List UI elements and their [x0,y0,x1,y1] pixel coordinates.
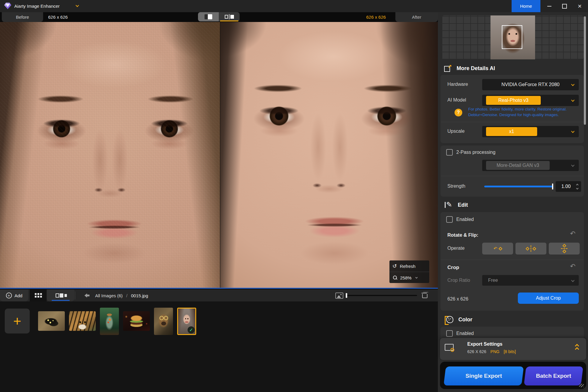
ai-model-dropdown[interactable]: Real-Photo v3 [482,95,579,106]
compare-view-button[interactable] [219,12,240,21]
navigator-viewport-box[interactable] [502,25,522,49]
help-icon[interactable]: ? [455,109,462,116]
app-logo-icon [4,3,11,9]
palette-icon [445,315,454,324]
export-actions: Single Export Batch Export [440,362,586,389]
section-more-details: ↗ More Details AI [444,63,495,74]
stepper-up-icon[interactable] [576,184,578,186]
strength-input[interactable]: 1.00 [556,181,581,192]
edit-title: Edit [458,202,468,208]
gan-model-value: More-Detail GAN v3 [486,161,550,170]
tab-after[interactable]: After [395,12,438,22]
after-image[interactable] [220,22,438,288]
color-enabled-checkbox[interactable] [446,330,453,337]
flip-vertical-icon [561,244,567,253]
canvas-overlay-panel: ↺ Refresh 258% [389,260,429,283]
upscale-dropdown[interactable]: x1 [482,126,579,137]
help-line-1: For photos. Better fidelity, more clarit… [468,106,578,112]
navigator-thumbnail[interactable] [490,15,535,59]
adjust-crop-button[interactable]: Adjust Crop [518,293,579,304]
edit-enabled-checkbox[interactable] [446,216,453,223]
section-color: Color [445,314,472,325]
crop-title: Crop [447,265,459,271]
close-button[interactable]: ✕ [573,0,586,12]
filmstrip-view-button[interactable] [47,290,74,301]
thumbnail-butterfly[interactable] [38,311,65,331]
export-settings-summary: 626 X 626 PNG [8 bits] [467,349,516,354]
flip-horizontal-icon [526,247,529,251]
strength-slider[interactable] [484,186,553,187]
minimize-button[interactable] [543,0,556,12]
rotate-icon: ↶ [493,246,497,251]
crop-size-label: 626 x 626 [447,296,468,302]
rotate-undo-icon[interactable]: ↶ [570,230,576,237]
add-image-tile[interactable]: + [5,309,30,333]
crop-ratio-value: Free [482,278,579,283]
flip-vertical-button[interactable] [549,243,580,255]
add-button[interactable]: + Add [0,290,28,301]
tab-before[interactable]: Before [2,12,43,22]
thumbnail-size-slider[interactable] [346,293,417,298]
home-button[interactable]: Home [512,0,540,12]
app-title: Aiarty Image Enhancer [14,0,60,12]
split-view-button[interactable] [198,12,219,21]
before-image[interactable] [0,22,220,288]
single-export-button[interactable]: Single Export [444,366,524,385]
slider-handle[interactable] [346,293,347,298]
export-bits: [8 bits] [504,349,516,354]
card-divider [441,260,584,260]
thumbnail-jar[interactable] [100,308,119,335]
resize-grip [579,384,584,387]
crop-undo-icon[interactable]: ↶ [570,263,576,270]
app-window: Aiarty Image Enhancer Home ✕ Before 626 … [0,0,588,392]
after-size-label: 626 x 626 [366,12,386,22]
thumbnail-tiger[interactable] [69,311,96,331]
grid-view-button[interactable] [30,290,47,301]
stepper-down-icon[interactable] [576,187,578,189]
strength-slider-handle[interactable] [552,184,553,189]
card-divider [441,122,584,122]
sidebar-scrollbar[interactable] [584,16,586,125]
color-title: Color [458,317,472,323]
thumbnail-portrait-selected[interactable]: ✓ [177,308,196,335]
gan-chevron-icon [571,163,574,167]
thumbnail-size-icon [335,293,343,299]
zoom-chevron-down-icon [415,276,418,278]
upscale-value: x1 [486,127,537,136]
batch-export-button[interactable]: Batch Export [524,366,583,385]
delete-button[interactable] [422,292,430,300]
thumbnail-burger[interactable] [123,311,150,331]
title-bar: Aiarty Image Enhancer Home ✕ [0,0,588,12]
rotate-flip-label: Rotate & Flip: [447,233,478,238]
add-label: Add [15,293,23,298]
hardware-dropdown[interactable]: NVIDIA GeForce RTX 2080 [482,79,579,90]
maximize-button[interactable] [558,0,571,12]
export-settings-title: Export Settings [467,342,502,347]
back-button[interactable] [82,291,92,300]
settings-sidebar: ↗ More Details AI Hardware NVIDIA GeForc… [438,12,588,392]
export-settings-icon: ⚙ [445,344,455,353]
rotate-button[interactable]: ↶ [482,243,513,255]
expand-icon: ↗ [444,64,452,72]
refresh-button[interactable]: ↺ Refresh [389,260,429,272]
export-collapse-icon[interactable] [576,344,578,351]
section-edit: ✎ Edit [445,200,468,210]
app-menu-chevron-icon[interactable] [76,4,79,7]
breadcrumb-all-images[interactable]: All Images (6) [95,293,123,298]
gan-model-dropdown[interactable]: More-Detail GAN v3 [482,160,579,171]
zoom-level-control[interactable]: 258% [389,272,429,283]
filmstrip: + ✓ [0,301,438,392]
flip-horizontal-button[interactable] [515,243,546,255]
edit-card: Enabled Rotate & Flip: ↶ Operate ↶ [441,212,584,311]
export-settings-panel[interactable]: ⚙ Export Settings 626 X 626 PNG [8 bits] [440,338,586,360]
twopass-checkbox[interactable] [446,149,453,156]
filmstrip-view-icon [56,293,66,298]
ai-model-help-text: For photos. Better fidelity, more clarit… [468,106,578,118]
processing-card: 2-Pass processing More-Detail GAN v3 Str… [441,146,584,197]
edit-icon: ✎ [445,201,453,209]
before-size-label: 626 x 626 [48,12,68,22]
thumbnail-dog[interactable] [154,308,173,335]
edit-enabled-label: Enabled [456,217,474,222]
crop-ratio-dropdown[interactable]: Free [482,275,579,286]
strength-stepper[interactable] [576,184,578,189]
